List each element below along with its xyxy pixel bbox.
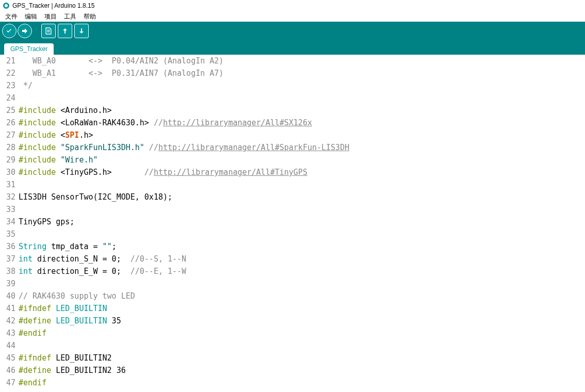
code-line[interactable]: 45#ifndef LED_BUILTIN2 bbox=[0, 352, 585, 364]
line-number: 37 bbox=[0, 253, 19, 265]
code-line[interactable]: 31 bbox=[0, 178, 585, 191]
code-line[interactable]: 37int direction_S_N = 0; //0--S, 1--N bbox=[0, 253, 585, 265]
code-line[interactable]: 26#include <LoRaWan-RAK4630.h> //http://… bbox=[0, 117, 585, 129]
code-line[interactable]: 24 bbox=[0, 92, 585, 104]
line-number: 21 bbox=[0, 55, 19, 67]
code-line[interactable]: 21 WB_A0 <-> P0.04/AIN2 (AnalogIn A2) bbox=[0, 55, 585, 67]
code-content[interactable]: // RAK4630 supply two LED bbox=[19, 290, 585, 302]
line-number: 46 bbox=[0, 364, 19, 377]
line-number: 22 bbox=[0, 67, 19, 79]
code-line[interactable]: 44 bbox=[0, 339, 585, 352]
code-content[interactable]: #define LED_BUILTIN 35 bbox=[19, 315, 585, 327]
menu-tools[interactable]: 工具 bbox=[61, 12, 79, 21]
menu-edit[interactable]: 编辑 bbox=[22, 12, 40, 21]
line-number: 40 bbox=[0, 290, 19, 302]
code-content[interactable]: #ifndef LED_BUILTIN bbox=[19, 302, 585, 315]
tab-strip: GPS_Tracker bbox=[0, 40, 585, 55]
code-content[interactable]: int direction_S_N = 0; //0--S, 1--N bbox=[19, 253, 585, 265]
code-line[interactable]: 36String tmp_data = ""; bbox=[0, 240, 585, 253]
code-content[interactable]: #include "SparkFunLIS3DH.h" //http://lib… bbox=[19, 141, 585, 154]
code-content[interactable]: #include "Wire.h" bbox=[19, 154, 585, 166]
code-content[interactable]: WB_A0 <-> P0.04/AIN2 (AnalogIn A2) bbox=[19, 55, 585, 67]
code-content[interactable]: #include <SPI.h> bbox=[19, 129, 585, 141]
open-sketch-button[interactable] bbox=[58, 24, 72, 38]
code-line[interactable]: 30#include <TinyGPS.h> //http://librarym… bbox=[0, 166, 585, 178]
line-number: 43 bbox=[0, 327, 19, 339]
code-line[interactable]: 43#endif bbox=[0, 327, 585, 339]
code-line[interactable]: 46#define LED_BUILTIN2 36 bbox=[0, 364, 585, 377]
line-number: 28 bbox=[0, 141, 19, 154]
line-number: 30 bbox=[0, 166, 19, 178]
line-number: 27 bbox=[0, 129, 19, 141]
line-number: 31 bbox=[0, 178, 19, 191]
line-number: 45 bbox=[0, 352, 19, 364]
line-number: 39 bbox=[0, 277, 19, 290]
code-content[interactable]: */ bbox=[19, 79, 585, 92]
line-number: 41 bbox=[0, 302, 19, 315]
code-content[interactable]: TinyGPS gps; bbox=[19, 216, 585, 228]
code-line[interactable]: 42#define LED_BUILTIN 35 bbox=[0, 315, 585, 327]
code-content[interactable]: #include <Arduino.h> bbox=[19, 104, 585, 117]
line-number: 23 bbox=[0, 79, 19, 92]
line-number: 25 bbox=[0, 104, 19, 117]
code-content[interactable]: #endif bbox=[19, 327, 585, 339]
code-line[interactable]: 29#include "Wire.h" bbox=[0, 154, 585, 166]
code-content[interactable]: String tmp_data = ""; bbox=[19, 240, 585, 253]
line-number: 35 bbox=[0, 228, 19, 240]
code-content[interactable] bbox=[19, 178, 585, 191]
code-line[interactable]: 39 bbox=[0, 277, 585, 290]
code-content[interactable] bbox=[19, 277, 585, 290]
line-number: 42 bbox=[0, 315, 19, 327]
menu-bar: 文件 编辑 项目 工具 帮助 bbox=[0, 11, 585, 22]
code-line[interactable]: 25#include <Arduino.h> bbox=[0, 104, 585, 117]
code-line[interactable]: 22 WB_A1 <-> P0.31/AIN7 (AnalogIn A7) bbox=[0, 67, 585, 79]
code-content[interactable]: WB_A1 <-> P0.31/AIN7 (AnalogIn A7) bbox=[19, 67, 585, 79]
code-content[interactable] bbox=[19, 339, 585, 352]
line-number: 33 bbox=[0, 203, 19, 216]
code-line[interactable]: 41#ifndef LED_BUILTIN bbox=[0, 302, 585, 315]
code-content[interactable]: #ifndef LED_BUILTIN2 bbox=[19, 352, 585, 364]
toolbar bbox=[0, 22, 585, 40]
code-line[interactable]: 33 bbox=[0, 203, 585, 216]
code-line[interactable]: 27#include <SPI.h> bbox=[0, 129, 585, 141]
new-sketch-button[interactable] bbox=[41, 24, 56, 38]
line-number: 36 bbox=[0, 240, 19, 253]
code-line[interactable]: 23 */ bbox=[0, 79, 585, 92]
verify-button[interactable] bbox=[2, 24, 17, 38]
code-line[interactable]: 34TinyGPS gps; bbox=[0, 216, 585, 228]
line-number: 29 bbox=[0, 154, 19, 166]
code-content[interactable] bbox=[19, 92, 585, 104]
menu-help[interactable]: 帮助 bbox=[80, 12, 99, 21]
line-number: 34 bbox=[0, 216, 19, 228]
code-line[interactable]: 32LIS3DH SensorTwo(I2C_MODE, 0x18); bbox=[0, 191, 585, 203]
title-bar: GPS_Tracker | Arduino 1.8.15 bbox=[0, 0, 585, 11]
upload-button[interactable] bbox=[18, 24, 32, 38]
save-sketch-button[interactable] bbox=[74, 24, 89, 38]
code-line[interactable]: 47#endif bbox=[0, 377, 585, 389]
line-number: 26 bbox=[0, 117, 19, 129]
code-content[interactable]: #endif bbox=[19, 377, 585, 389]
code-line[interactable]: 35 bbox=[0, 228, 585, 240]
code-line[interactable]: 28#include "SparkFunLIS3DH.h" //http://l… bbox=[0, 141, 585, 154]
code-content[interactable]: #include <LoRaWan-RAK4630.h> //http://li… bbox=[19, 117, 585, 129]
menu-sketch[interactable]: 项目 bbox=[41, 12, 60, 21]
line-number: 32 bbox=[0, 191, 19, 203]
code-line[interactable]: 40// RAK4630 supply two LED bbox=[0, 290, 585, 302]
line-number: 38 bbox=[0, 265, 19, 277]
line-number: 24 bbox=[0, 92, 19, 104]
code-content[interactable]: #define LED_BUILTIN2 36 bbox=[19, 364, 585, 377]
arduino-app-icon bbox=[3, 3, 9, 9]
line-number: 47 bbox=[0, 377, 19, 389]
code-content[interactable] bbox=[19, 228, 585, 240]
code-editor[interactable]: 21 WB_A0 <-> P0.04/AIN2 (AnalogIn A2)22 … bbox=[0, 55, 585, 389]
code-content[interactable]: int direction_E_W = 0; //0--E, 1--W bbox=[19, 265, 585, 277]
menu-file[interactable]: 文件 bbox=[2, 12, 21, 21]
tab-gps-tracker[interactable]: GPS_Tracker bbox=[4, 43, 54, 55]
code-line[interactable]: 38int direction_E_W = 0; //0--E, 1--W bbox=[0, 265, 585, 277]
code-content[interactable] bbox=[19, 203, 585, 216]
window-title: GPS_Tracker | Arduino 1.8.15 bbox=[12, 2, 94, 9]
line-number: 44 bbox=[0, 339, 19, 352]
code-content[interactable]: #include <TinyGPS.h> //http://libraryman… bbox=[19, 166, 585, 178]
code-content[interactable]: LIS3DH SensorTwo(I2C_MODE, 0x18); bbox=[19, 191, 585, 203]
